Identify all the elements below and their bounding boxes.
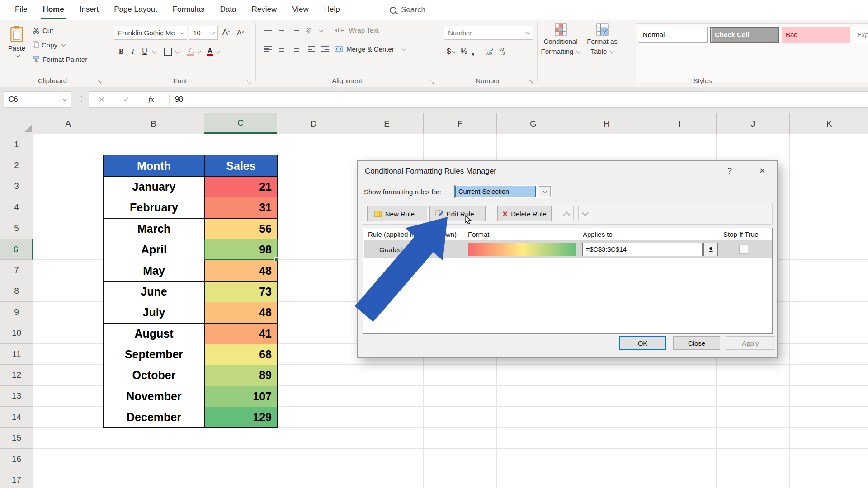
ribbon-tab[interactable]: View <box>284 0 316 20</box>
row-header[interactable]: 9 <box>0 302 33 323</box>
ribbon-tab[interactable]: Review <box>244 0 284 20</box>
wrap-text-button[interactable]: ab↵ Wrap Text <box>335 26 379 34</box>
align-middle-icon[interactable] <box>278 28 285 33</box>
font-name-combo[interactable]: Franklin Gothic Me <box>114 26 187 40</box>
sales-cell[interactable]: 48 <box>205 260 278 281</box>
ribbon-tab[interactable]: Help <box>316 0 348 20</box>
cell-style-chip[interactable]: Explanatory ... <box>853 27 868 43</box>
month-cell[interactable]: July <box>104 302 205 323</box>
month-cell[interactable]: February <box>104 197 205 218</box>
column-header[interactable]: K <box>790 113 868 134</box>
ribbon-tab[interactable]: Data <box>212 0 244 20</box>
row-header[interactable]: 5 <box>0 218 33 239</box>
comma-style-button[interactable]: , <box>472 46 475 57</box>
sales-cell[interactable]: 73 <box>205 282 278 302</box>
month-cell[interactable]: August <box>104 324 205 344</box>
format-painter-button[interactable]: Format Painter <box>33 53 87 65</box>
font-size-combo[interactable]: 10 <box>189 26 218 40</box>
column-header[interactable]: I <box>643 113 717 134</box>
row-header[interactable]: 7 <box>0 260 33 281</box>
row-header[interactable]: 14 <box>0 407 33 427</box>
move-rule-down-button[interactable] <box>578 206 592 221</box>
dialog-launcher-icon[interactable] <box>429 79 434 84</box>
format-as-table-button[interactable]: Format as Table <box>582 23 622 56</box>
merge-center-button[interactable]: Merge & Center <box>335 45 406 53</box>
active-cell-border[interactable] <box>204 239 278 260</box>
sales-cell[interactable]: 21 <box>205 177 278 197</box>
cut-button[interactable]: Cut <box>33 24 53 36</box>
fill-color-button[interactable] <box>186 47 194 56</box>
month-cell[interactable]: December <box>104 407 205 428</box>
apply-button[interactable]: Apply <box>726 336 775 350</box>
sales-cell[interactable]: 48 <box>205 302 278 323</box>
ok-button[interactable]: OK <box>619 336 666 350</box>
decrease-decimal-button[interactable]: .00→.0 <box>497 47 505 56</box>
month-cell[interactable]: April <box>104 239 205 260</box>
row-header[interactable]: 10 <box>0 323 33 344</box>
month-header-cell[interactable]: Month <box>104 155 205 176</box>
decrease-indent-icon[interactable] <box>308 46 315 52</box>
column-header[interactable]: J <box>717 113 790 134</box>
row-header[interactable]: 15 <box>0 428 33 449</box>
month-cell[interactable]: September <box>104 344 205 365</box>
number-format-combo[interactable]: Number <box>444 26 533 40</box>
row-header[interactable]: 16 <box>0 449 33 469</box>
column-header[interactable]: D <box>277 113 350 134</box>
enter-formula-icon[interactable]: ✓ <box>114 95 139 104</box>
align-right-icon[interactable] <box>292 46 299 52</box>
column-header[interactable]: G <box>497 113 570 134</box>
align-top-icon[interactable] <box>264 28 272 33</box>
sales-cell[interactable]: 68 <box>205 344 278 365</box>
row-header[interactable]: 17 <box>0 469 33 488</box>
dialog-launcher-icon[interactable] <box>246 79 251 84</box>
copy-button[interactable]: Copy <box>33 39 65 51</box>
dialog-launcher-icon[interactable] <box>97 79 102 84</box>
dialog-launcher-icon[interactable] <box>529 79 534 84</box>
help-button[interactable]: ? <box>723 164 736 177</box>
row-header[interactable]: 8 <box>0 281 33 302</box>
accounting-format-button[interactable]: $ <box>447 47 456 56</box>
ribbon-tab[interactable]: File <box>7 0 35 20</box>
conditional-formatting-button[interactable]: Conditional Formatting <box>541 23 580 56</box>
month-cell[interactable]: May <box>104 260 205 281</box>
close-button[interactable]: Close <box>673 336 720 350</box>
cell-style-chip[interactable]: Bad <box>782 27 850 43</box>
align-center-icon[interactable] <box>278 46 285 52</box>
grow-font-button[interactable]: A^ <box>221 26 231 38</box>
shrink-font-button[interactable]: A˅ <box>235 26 246 38</box>
move-rule-up-button[interactable] <box>560 206 574 221</box>
stop-if-true-checkbox[interactable] <box>739 245 748 254</box>
month-cell[interactable]: January <box>104 177 205 197</box>
ribbon-tab[interactable]: Page Layout <box>106 0 165 20</box>
row-header[interactable]: 12 <box>0 365 33 385</box>
select-all-corner[interactable] <box>0 113 33 134</box>
sales-cell[interactable]: 107 <box>205 386 278 407</box>
insert-function-button[interactable]: fx <box>139 95 164 104</box>
align-left-icon[interactable] <box>264 46 272 52</box>
delete-rule-button[interactable]: × Delete Rule <box>497 206 552 221</box>
row-header[interactable]: 11 <box>0 344 33 365</box>
formula-bar-handle[interactable]: ⋮ <box>78 94 85 103</box>
close-icon[interactable]: × <box>755 164 769 177</box>
show-rules-dropdown[interactable]: Current Selection <box>454 185 552 198</box>
paste-button[interactable]: Paste <box>5 23 29 76</box>
row-header[interactable]: 13 <box>0 386 33 407</box>
sales-cell[interactable]: 56 <box>205 219 278 239</box>
italic-button[interactable]: I <box>127 45 138 58</box>
ribbon-tab[interactable]: Formulas <box>165 0 212 20</box>
increase-decimal-button[interactable]: ←.0.00 <box>485 47 493 56</box>
sales-cell[interactable]: 89 <box>205 365 278 386</box>
fill-handle[interactable] <box>274 257 278 261</box>
ribbon-tab[interactable]: Insert <box>72 0 107 20</box>
underline-button[interactable]: U <box>139 45 150 58</box>
collapse-dialog-button[interactable] <box>703 243 718 256</box>
font-color-button[interactable]: A <box>207 47 213 56</box>
column-header[interactable]: A <box>33 113 103 134</box>
cell-style-chip[interactable]: Normal <box>639 27 708 43</box>
percent-style-button[interactable]: % <box>460 47 467 56</box>
sales-cell[interactable]: 41 <box>205 324 278 344</box>
search-box[interactable]: Search <box>390 0 425 20</box>
align-bottom-icon[interactable] <box>292 28 299 33</box>
column-header[interactable]: C <box>204 113 277 134</box>
row-header[interactable]: 4 <box>0 197 33 218</box>
